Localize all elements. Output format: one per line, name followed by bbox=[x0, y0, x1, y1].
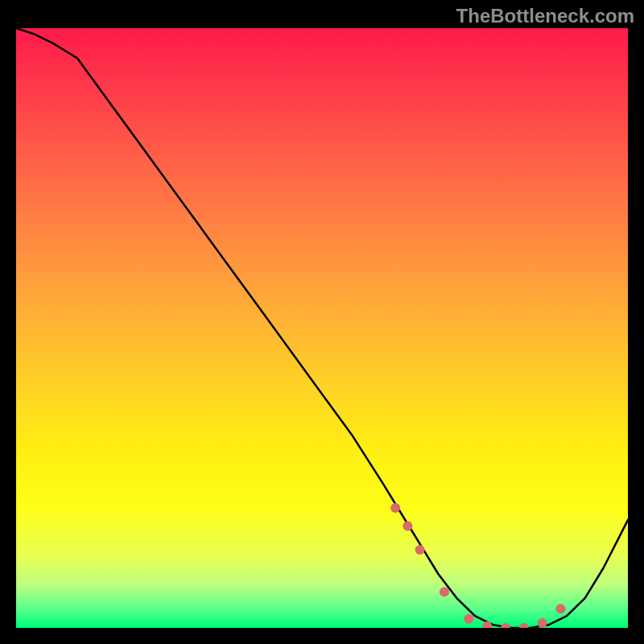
watermark-text: TheBottleneck.com bbox=[456, 5, 634, 27]
chart-frame: { "watermark": "TheBottleneck.com", "cha… bbox=[0, 0, 644, 644]
marker-dot bbox=[464, 614, 473, 624]
marker-dot bbox=[402, 521, 412, 530]
marker-dot bbox=[501, 623, 510, 628]
curve-svg bbox=[16, 28, 628, 628]
marker-dot bbox=[440, 587, 449, 597]
marker-dot bbox=[482, 621, 492, 628]
marker-dot bbox=[555, 604, 565, 613]
marker-dot bbox=[519, 623, 529, 628]
bottleneck-curve bbox=[16, 28, 628, 628]
marker-group bbox=[390, 503, 565, 628]
marker-dot bbox=[415, 545, 425, 555]
marker-dot bbox=[538, 618, 547, 628]
plot-area bbox=[16, 28, 628, 628]
marker-dot bbox=[390, 503, 400, 513]
